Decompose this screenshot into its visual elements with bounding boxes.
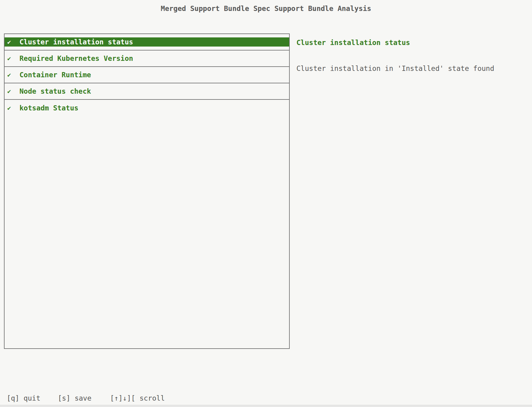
footer-keybar: [q] quit [s] save [↑]↓][ scroll: [0, 394, 532, 403]
analysis-results-list: ✔ Cluster installation status ✔ Required…: [4, 33, 290, 349]
list-item-label: Cluster installation status: [19, 37, 133, 47]
detail-panel-title: Cluster installation status: [296, 38, 410, 47]
check-icon: ✔: [7, 87, 19, 96]
detail-panel-message: Cluster installation in 'Installed' stat…: [296, 64, 494, 73]
check-icon: ✔: [7, 37, 19, 47]
window-bottom-edge: [0, 405, 532, 407]
check-icon: ✔: [7, 70, 19, 79]
scroll-key-hint: [↑]↓][ scroll: [110, 394, 165, 403]
check-icon: ✔: [7, 54, 19, 63]
list-item-cluster-installation-status[interactable]: ✔ Cluster installation status: [5, 34, 289, 50]
list-item-kotsadm-status[interactable]: ✔ kotsadm Status: [5, 100, 289, 116]
list-item-container-runtime[interactable]: ✔ Container Runtime: [5, 67, 289, 83]
list-item-label: kotsadm Status: [19, 103, 78, 113]
quit-key-hint: [q] quit: [7, 394, 40, 403]
list-item-label: Node status check: [19, 87, 91, 96]
check-icon: ✔: [7, 103, 19, 113]
page-title: Merged Support Bundle Spec Support Bundl…: [0, 4, 532, 13]
save-key-hint: [s] save: [58, 394, 92, 403]
list-item-label: Container Runtime: [19, 70, 91, 79]
list-item-label: Required Kubernetes Version: [19, 54, 133, 63]
list-item-required-kubernetes-version[interactable]: ✔ Required Kubernetes Version: [5, 50, 289, 67]
list-item-node-status-check[interactable]: ✔ Node status check: [5, 83, 289, 100]
